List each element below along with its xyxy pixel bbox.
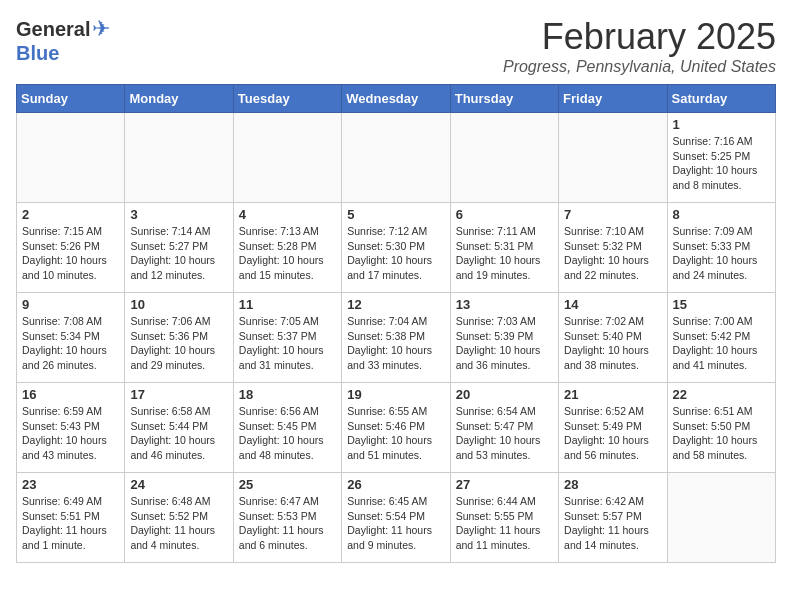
calendar-cell: 24Sunrise: 6:48 AM Sunset: 5:52 PM Dayli… [125, 473, 233, 563]
calendar-cell [233, 113, 341, 203]
day-info: Sunrise: 7:02 AM Sunset: 5:40 PM Dayligh… [564, 314, 661, 373]
day-info: Sunrise: 7:14 AM Sunset: 5:27 PM Dayligh… [130, 224, 227, 283]
day-info: Sunrise: 7:00 AM Sunset: 5:42 PM Dayligh… [673, 314, 770, 373]
calendar-week-row: 16Sunrise: 6:59 AM Sunset: 5:43 PM Dayli… [17, 383, 776, 473]
calendar-cell: 20Sunrise: 6:54 AM Sunset: 5:47 PM Dayli… [450, 383, 558, 473]
day-info: Sunrise: 7:08 AM Sunset: 5:34 PM Dayligh… [22, 314, 119, 373]
day-info: Sunrise: 7:06 AM Sunset: 5:36 PM Dayligh… [130, 314, 227, 373]
day-number: 9 [22, 297, 119, 312]
calendar-cell: 11Sunrise: 7:05 AM Sunset: 5:37 PM Dayli… [233, 293, 341, 383]
calendar-cell: 1Sunrise: 7:16 AM Sunset: 5:25 PM Daylig… [667, 113, 775, 203]
day-header-friday: Friday [559, 85, 667, 113]
logo-blue-text: Blue [16, 42, 59, 64]
day-number: 1 [673, 117, 770, 132]
calendar-cell: 26Sunrise: 6:45 AM Sunset: 5:54 PM Dayli… [342, 473, 450, 563]
day-info: Sunrise: 7:16 AM Sunset: 5:25 PM Dayligh… [673, 134, 770, 193]
calendar-cell: 25Sunrise: 6:47 AM Sunset: 5:53 PM Dayli… [233, 473, 341, 563]
logo: General ✈ Blue [16, 16, 110, 65]
calendar-cell: 7Sunrise: 7:10 AM Sunset: 5:32 PM Daylig… [559, 203, 667, 293]
day-info: Sunrise: 6:44 AM Sunset: 5:55 PM Dayligh… [456, 494, 553, 553]
day-number: 11 [239, 297, 336, 312]
day-info: Sunrise: 6:59 AM Sunset: 5:43 PM Dayligh… [22, 404, 119, 463]
day-number: 12 [347, 297, 444, 312]
day-number: 8 [673, 207, 770, 222]
calendar-table: SundayMondayTuesdayWednesdayThursdayFrid… [16, 84, 776, 563]
day-info: Sunrise: 6:48 AM Sunset: 5:52 PM Dayligh… [130, 494, 227, 553]
day-header-tuesday: Tuesday [233, 85, 341, 113]
day-info: Sunrise: 6:54 AM Sunset: 5:47 PM Dayligh… [456, 404, 553, 463]
day-number: 24 [130, 477, 227, 492]
header: General ✈ Blue February 2025 Progress, P… [16, 16, 776, 76]
calendar-cell: 13Sunrise: 7:03 AM Sunset: 5:39 PM Dayli… [450, 293, 558, 383]
day-header-saturday: Saturday [667, 85, 775, 113]
calendar-header-row: SundayMondayTuesdayWednesdayThursdayFrid… [17, 85, 776, 113]
day-number: 22 [673, 387, 770, 402]
day-info: Sunrise: 6:55 AM Sunset: 5:46 PM Dayligh… [347, 404, 444, 463]
day-info: Sunrise: 6:52 AM Sunset: 5:49 PM Dayligh… [564, 404, 661, 463]
day-number: 23 [22, 477, 119, 492]
calendar-cell: 27Sunrise: 6:44 AM Sunset: 5:55 PM Dayli… [450, 473, 558, 563]
calendar-cell: 23Sunrise: 6:49 AM Sunset: 5:51 PM Dayli… [17, 473, 125, 563]
calendar-cell [342, 113, 450, 203]
calendar-cell: 28Sunrise: 6:42 AM Sunset: 5:57 PM Dayli… [559, 473, 667, 563]
day-info: Sunrise: 7:13 AM Sunset: 5:28 PM Dayligh… [239, 224, 336, 283]
logo-general-text: General [16, 18, 90, 41]
day-info: Sunrise: 7:12 AM Sunset: 5:30 PM Dayligh… [347, 224, 444, 283]
calendar-week-row: 1Sunrise: 7:16 AM Sunset: 5:25 PM Daylig… [17, 113, 776, 203]
day-number: 27 [456, 477, 553, 492]
day-info: Sunrise: 7:03 AM Sunset: 5:39 PM Dayligh… [456, 314, 553, 373]
day-number: 25 [239, 477, 336, 492]
day-number: 26 [347, 477, 444, 492]
logo-bird-icon: ✈ [92, 16, 110, 42]
calendar-cell: 4Sunrise: 7:13 AM Sunset: 5:28 PM Daylig… [233, 203, 341, 293]
calendar-cell [450, 113, 558, 203]
day-number: 17 [130, 387, 227, 402]
calendar-cell [17, 113, 125, 203]
day-number: 18 [239, 387, 336, 402]
day-number: 3 [130, 207, 227, 222]
day-header-sunday: Sunday [17, 85, 125, 113]
day-info: Sunrise: 6:49 AM Sunset: 5:51 PM Dayligh… [22, 494, 119, 553]
title-area: February 2025 Progress, Pennsylvania, Un… [503, 16, 776, 76]
calendar-cell: 18Sunrise: 6:56 AM Sunset: 5:45 PM Dayli… [233, 383, 341, 473]
location-title: Progress, Pennsylvania, United States [503, 58, 776, 76]
calendar-week-row: 23Sunrise: 6:49 AM Sunset: 5:51 PM Dayli… [17, 473, 776, 563]
day-number: 5 [347, 207, 444, 222]
calendar-cell: 14Sunrise: 7:02 AM Sunset: 5:40 PM Dayli… [559, 293, 667, 383]
day-info: Sunrise: 7:15 AM Sunset: 5:26 PM Dayligh… [22, 224, 119, 283]
day-number: 20 [456, 387, 553, 402]
day-number: 13 [456, 297, 553, 312]
calendar-cell: 2Sunrise: 7:15 AM Sunset: 5:26 PM Daylig… [17, 203, 125, 293]
day-number: 14 [564, 297, 661, 312]
calendar-cell: 22Sunrise: 6:51 AM Sunset: 5:50 PM Dayli… [667, 383, 775, 473]
day-info: Sunrise: 6:56 AM Sunset: 5:45 PM Dayligh… [239, 404, 336, 463]
day-number: 4 [239, 207, 336, 222]
calendar-cell: 3Sunrise: 7:14 AM Sunset: 5:27 PM Daylig… [125, 203, 233, 293]
calendar-cell: 10Sunrise: 7:06 AM Sunset: 5:36 PM Dayli… [125, 293, 233, 383]
calendar-cell: 9Sunrise: 7:08 AM Sunset: 5:34 PM Daylig… [17, 293, 125, 383]
day-info: Sunrise: 7:10 AM Sunset: 5:32 PM Dayligh… [564, 224, 661, 283]
day-number: 19 [347, 387, 444, 402]
day-info: Sunrise: 6:58 AM Sunset: 5:44 PM Dayligh… [130, 404, 227, 463]
calendar-cell: 17Sunrise: 6:58 AM Sunset: 5:44 PM Dayli… [125, 383, 233, 473]
day-number: 15 [673, 297, 770, 312]
calendar-cell [667, 473, 775, 563]
calendar-cell: 12Sunrise: 7:04 AM Sunset: 5:38 PM Dayli… [342, 293, 450, 383]
calendar-cell: 19Sunrise: 6:55 AM Sunset: 5:46 PM Dayli… [342, 383, 450, 473]
calendar-cell: 6Sunrise: 7:11 AM Sunset: 5:31 PM Daylig… [450, 203, 558, 293]
calendar-cell: 8Sunrise: 7:09 AM Sunset: 5:33 PM Daylig… [667, 203, 775, 293]
day-info: Sunrise: 6:45 AM Sunset: 5:54 PM Dayligh… [347, 494, 444, 553]
page-container: General ✈ Blue February 2025 Progress, P… [16, 16, 776, 563]
day-number: 6 [456, 207, 553, 222]
day-info: Sunrise: 6:47 AM Sunset: 5:53 PM Dayligh… [239, 494, 336, 553]
day-number: 21 [564, 387, 661, 402]
day-number: 28 [564, 477, 661, 492]
calendar-cell [559, 113, 667, 203]
day-header-monday: Monday [125, 85, 233, 113]
calendar-cell: 15Sunrise: 7:00 AM Sunset: 5:42 PM Dayli… [667, 293, 775, 383]
day-info: Sunrise: 7:04 AM Sunset: 5:38 PM Dayligh… [347, 314, 444, 373]
day-number: 10 [130, 297, 227, 312]
day-info: Sunrise: 7:11 AM Sunset: 5:31 PM Dayligh… [456, 224, 553, 283]
day-info: Sunrise: 6:51 AM Sunset: 5:50 PM Dayligh… [673, 404, 770, 463]
day-number: 7 [564, 207, 661, 222]
